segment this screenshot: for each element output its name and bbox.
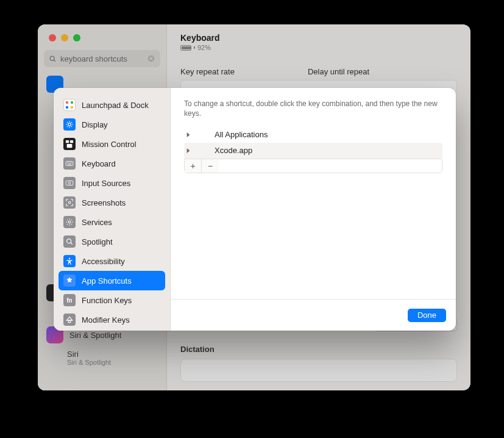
category-label: Screenshots [82,198,126,207]
input-sources-icon [63,177,76,189]
shortcut-tree: All Applications Xcode.app + − [171,127,456,173]
category-label: Launchpad & Dock [82,101,149,110]
category-function-keys[interactable]: fn Function Keys [59,290,165,310]
spotlight-icon [63,235,76,248]
keyboard-shortcuts-sheet: Launchpad & Dock Display Mission Control… [54,88,456,331]
mission-control-icon [63,138,76,150]
services-icon [63,216,76,228]
clear-search-icon[interactable] [147,54,155,63]
instructions-text: To change a shortcut, double click the k… [171,88,456,127]
svg-rect-17 [66,181,73,185]
category-launchpad-dock[interactable]: Launchpad & Dock [59,95,165,115]
search-result-siri-sub: Siri & Spotlight [67,359,159,366]
battery-percent: 92% [197,44,211,51]
category-label: Mission Control [82,140,137,149]
entry-label: All Applications [215,130,442,139]
sidebar-item-siri-spotlight[interactable]: Siri & Spotlight [69,331,121,340]
svg-rect-14 [70,162,71,163]
battery-status: 92% [180,44,457,51]
svg-rect-16 [68,164,71,165]
search-value: keyboard shortcuts [60,54,143,63]
category-label: Function Keys [82,296,132,305]
category-label: Keyboard [82,159,116,168]
svg-rect-5 [66,106,68,109]
search-input[interactable]: keyboard shortcuts [44,50,160,67]
sheet-footer: Done [171,299,456,331]
launchpad-icon [63,99,76,111]
done-button[interactable]: Done [408,309,446,322]
svg-point-20 [68,221,71,223]
svg-point-7 [68,123,71,126]
category-label: Services [82,218,112,227]
category-spotlight[interactable]: Spotlight [59,232,165,251]
svg-rect-13 [68,162,69,163]
category-label: Spotlight [82,237,113,246]
modifier-keys-icon [63,314,76,326]
dictation-row[interactable] [180,359,457,382]
svg-point-19 [68,201,71,204]
category-screenshots[interactable]: Screenshots [59,193,165,212]
key-repeat-label: Key repeat rate [180,67,235,76]
category-app-shortcuts[interactable]: App Shortcuts [59,271,165,290]
search-icon [49,55,57,63]
chevron-right-icon[interactable] [185,148,191,153]
accessibility-icon [63,255,76,267]
svg-point-18 [68,182,71,184]
category-mission-control[interactable]: Mission Control [59,134,165,154]
svg-rect-24 [68,320,71,323]
svg-rect-15 [71,162,72,163]
entry-label: Xcode.app [215,146,442,155]
category-accessibility[interactable]: Accessibility [59,251,165,271]
category-label: Display [82,120,108,129]
category-services[interactable]: Services [59,212,165,232]
svg-rect-4 [71,101,73,104]
shortcut-categories: Launchpad & Dock Display Mission Control… [54,88,171,331]
add-shortcut-button[interactable]: + [185,159,202,173]
category-input-sources[interactable]: Input Sources [59,173,165,193]
zoom-window-button[interactable] [73,34,80,41]
tree-row-all-applications[interactable]: All Applications [184,127,442,143]
svg-line-1 [54,60,55,62]
category-modifier-keys[interactable]: Modifier Keys [59,310,165,329]
category-label: Modifier Keys [82,315,130,325]
minimize-window-button[interactable] [61,34,68,41]
category-label: Input Sources [82,179,130,188]
category-label: App Shortcuts [82,276,132,285]
delay-until-repeat-label: Delay until repeat [308,67,369,76]
remove-shortcut-button[interactable]: − [202,159,219,173]
tree-row-xcode[interactable]: Xcode.app [184,143,442,159]
category-keyboard[interactable]: Keyboard [59,154,165,173]
svg-rect-6 [71,106,73,109]
chevron-right-icon[interactable] [185,132,191,137]
close-window-button[interactable] [49,34,56,41]
svg-point-23 [69,258,70,259]
svg-rect-9 [70,140,73,143]
dictation-label: Dictation [180,345,457,354]
app-shortcuts-icon [63,275,76,287]
svg-rect-10 [67,144,73,148]
function-keys-icon: fn [63,294,76,306]
window-controls[interactable] [38,24,166,41]
svg-rect-11 [66,162,73,166]
keyboard-icon [63,157,76,170]
page-title: Keyboard [180,33,457,43]
svg-line-22 [71,243,73,245]
svg-rect-3 [66,101,68,104]
search-result-siri[interactable]: Siri [67,350,159,359]
battery-icon [180,45,191,51]
category-label: Accessibility [82,257,125,266]
svg-point-0 [50,56,54,60]
tree-toolbar: + − [184,159,442,173]
screenshots-icon [63,196,76,209]
category-display[interactable]: Display [59,115,165,134]
svg-point-21 [67,239,71,243]
shortcut-detail: To change a shortcut, double click the k… [171,88,456,331]
svg-rect-8 [66,140,69,143]
display-icon [63,118,76,131]
svg-rect-12 [67,162,68,163]
